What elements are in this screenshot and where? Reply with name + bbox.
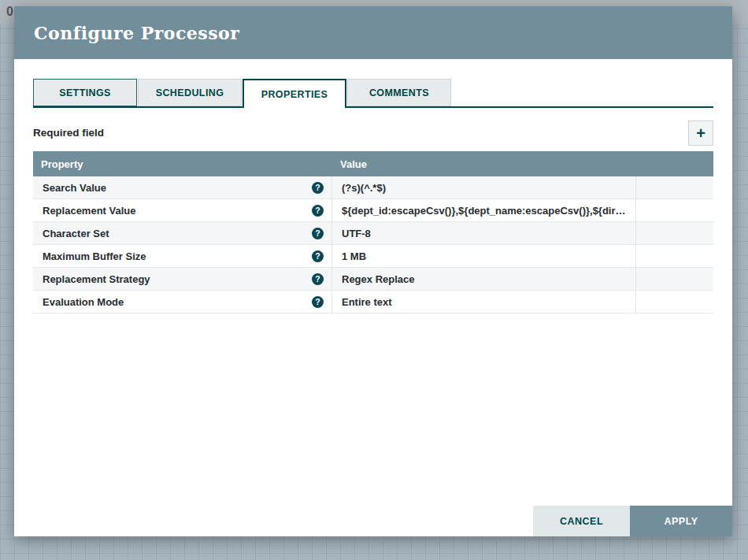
property-name: Search Value xyxy=(43,182,106,194)
property-value[interactable]: 1 MB xyxy=(332,245,636,267)
properties-table: Property Value Search Value ? (?s)(^.*$)… xyxy=(33,151,713,313)
dialog-content: SETTINGS SCHEDULING PROPERTIES COMMENTS … xyxy=(14,79,732,313)
property-value[interactable]: ${dept_id:escapeCsv()},${dept_name:escap… xyxy=(332,199,636,221)
table-row: Evaluation Mode ? Entire text xyxy=(33,291,713,313)
dialog-footer: CANCEL APPLY xyxy=(533,506,732,536)
add-property-button[interactable]: + xyxy=(688,121,713,146)
property-value[interactable]: (?s)(^.*$) xyxy=(332,176,636,198)
property-name: Character Set xyxy=(43,228,109,239)
tab-bar: SETTINGS SCHEDULING PROPERTIES COMMENTS xyxy=(33,79,713,108)
help-icon[interactable]: ? xyxy=(312,228,324,239)
plus-icon: + xyxy=(696,125,705,141)
required-field-label: Required field xyxy=(33,127,104,139)
table-row: Replacement Value ? ${dept_id:escapeCsv(… xyxy=(33,199,713,222)
apply-button[interactable]: APPLY xyxy=(630,506,732,536)
tab-scheduling-label: SCHEDULING xyxy=(156,87,224,98)
column-header-property: Property xyxy=(33,158,332,170)
property-value[interactable]: UTF-8 xyxy=(332,222,636,244)
help-icon[interactable]: ? xyxy=(312,250,324,262)
property-value[interactable]: Regex Replace xyxy=(332,268,636,290)
help-icon[interactable]: ? xyxy=(312,182,324,194)
dialog-title: Configure Processor xyxy=(34,23,239,43)
property-name: Replacement Strategy xyxy=(43,273,150,285)
tab-scheduling[interactable]: SCHEDULING xyxy=(138,79,242,106)
table-header-row: Property Value xyxy=(33,151,713,176)
table-row: Character Set ? UTF-8 xyxy=(33,222,713,245)
required-field-row: Required field + xyxy=(33,120,713,146)
table-row: Search Value ? (?s)(^.*$) xyxy=(33,176,713,199)
dialog-header: Configure Processor xyxy=(14,6,732,59)
tab-settings-label: SETTINGS xyxy=(59,87,111,98)
table-row: Replacement Strategy ? Regex Replace xyxy=(33,268,713,291)
property-name: Replacement Value xyxy=(43,205,136,217)
property-name: Evaluation Mode xyxy=(43,296,124,308)
property-value[interactable]: Entire text xyxy=(332,291,636,313)
table-row: Maximum Buffer Size ? 1 MB xyxy=(33,245,713,268)
help-icon[interactable]: ? xyxy=(312,273,324,285)
tab-comments[interactable]: COMMENTS xyxy=(347,79,451,106)
column-header-value: Value xyxy=(332,158,636,170)
help-icon[interactable]: ? xyxy=(312,205,324,217)
cancel-button[interactable]: CANCEL xyxy=(533,506,630,536)
configure-processor-dialog: Configure Processor SETTINGS SCHEDULING … xyxy=(14,6,732,536)
tab-properties-label: PROPERTIES xyxy=(261,89,328,100)
property-name: Maximum Buffer Size xyxy=(43,250,146,262)
tab-properties[interactable]: PROPERTIES xyxy=(243,79,346,108)
tab-comments-label: COMMENTS xyxy=(369,87,429,98)
canvas-counter: 0 xyxy=(6,5,13,18)
tab-settings[interactable]: SETTINGS xyxy=(33,79,137,106)
help-icon[interactable]: ? xyxy=(312,296,324,308)
